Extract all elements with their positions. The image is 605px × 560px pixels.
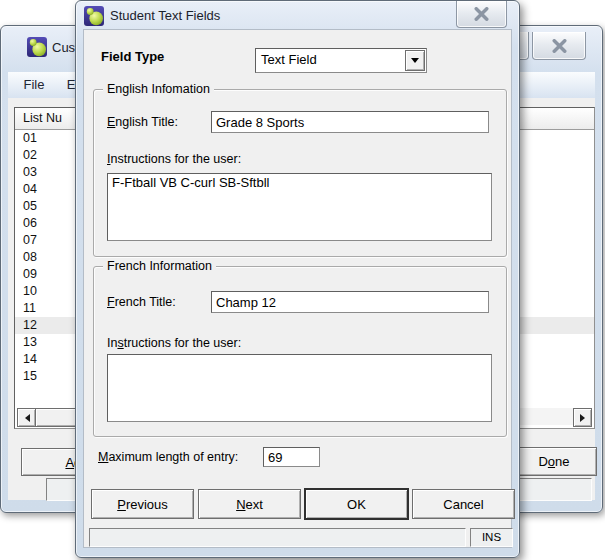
chevron-down-icon	[411, 58, 419, 67]
english-title-label: English Title:	[107, 115, 178, 129]
english-information-group: English Infomation English Title: Instru…	[93, 89, 507, 257]
scroll-right-icon	[580, 414, 589, 422]
french-title-label: French Title:	[107, 295, 176, 309]
english-title-input[interactable]	[211, 111, 489, 133]
max-length-input[interactable]	[263, 447, 320, 467]
app-icon	[84, 6, 104, 26]
field-type-select[interactable]: Text Field	[255, 48, 427, 73]
app-icon	[27, 37, 47, 57]
english-instructions-textarea[interactable]: F-Ftball VB C-curl SB-Sftbll	[107, 173, 492, 241]
close-icon	[473, 7, 490, 21]
french-group-legend: French Information	[103, 259, 216, 273]
ins-indicator: INS	[470, 528, 513, 547]
english-group-legend: English Infomation	[103, 82, 214, 96]
scroll-left-button[interactable]	[17, 408, 36, 427]
dialog-close-button[interactable]	[456, 1, 507, 28]
max-length-label: Maximum length of entry:	[98, 450, 238, 464]
previous-button[interactable]: Previous	[91, 489, 194, 519]
scroll-right-button[interactable]	[573, 408, 592, 427]
cancel-button[interactable]: Cancel	[412, 489, 515, 519]
close-icon	[551, 39, 568, 53]
dropdown-button[interactable]	[405, 50, 425, 71]
field-type-label: Field Type	[101, 49, 164, 64]
menu-file[interactable]: File	[16, 72, 52, 98]
scroll-left-icon	[21, 414, 30, 422]
french-instructions-textarea[interactable]	[107, 354, 492, 422]
french-instructions-label: Instructions for the user:	[107, 336, 241, 350]
next-button[interactable]: Next	[198, 489, 301, 519]
french-title-input[interactable]	[211, 291, 489, 313]
english-instructions-label: Instructions for the user:	[107, 152, 241, 166]
screen: Custo File Edit List Nu 01 02 03 0	[0, 0, 605, 560]
dialog-title: Student Text Fields	[110, 8, 220, 23]
student-text-fields-dialog: Student Text Fields Field Type Text Fiel…	[75, 0, 520, 558]
done-button[interactable]: Done	[511, 447, 597, 476]
window-close-button[interactable]	[532, 32, 586, 60]
dialog-titlebar[interactable]: Student Text Fields	[76, 1, 519, 29]
dialog-client-area: Field Type Text Field English Infomation…	[83, 29, 512, 548]
ok-button[interactable]: OK	[305, 489, 408, 519]
field-type-value: Text Field	[261, 50, 317, 70]
french-information-group: French Information French Title: Instruc…	[93, 266, 507, 437]
status-message-panel	[89, 528, 466, 547]
